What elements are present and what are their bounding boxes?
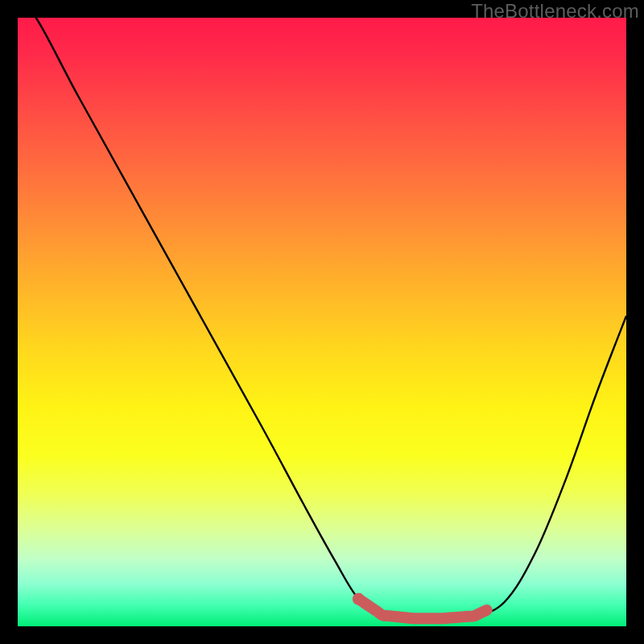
bottleneck-curve [18,18,626,626]
optimal-range-highlight [358,599,486,618]
accent-dot [353,592,365,605]
plot-area [18,18,626,626]
chart-frame: TheBottleneck.com [0,0,644,644]
curve-path [18,18,626,619]
